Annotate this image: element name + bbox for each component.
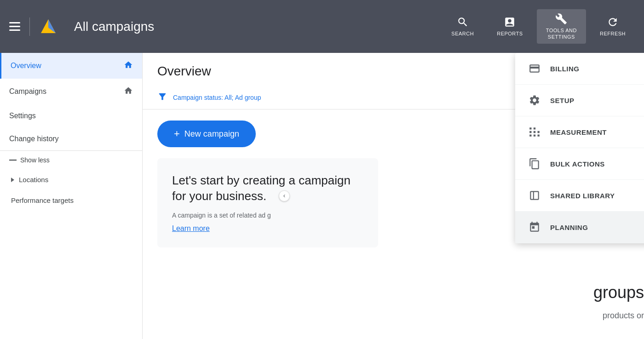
sidebar-item-overview[interactable]: Overview: [0, 53, 142, 79]
dropdown-item-left: BULK ACTIONS: [528, 157, 605, 170]
tools-action[interactable]: TOOLS ANDSETTINGS: [537, 9, 586, 43]
dropdown-item-left: SETUP: [528, 94, 575, 107]
sidebar-item-locations[interactable]: Locations: [0, 169, 142, 190]
reports-action[interactable]: REPORTS: [488, 12, 532, 40]
show-less-label: Show less: [20, 156, 50, 164]
google-ads-logo: [39, 17, 58, 36]
hamburger-menu[interactable]: [9, 22, 20, 31]
refresh-label: REFRESH: [600, 31, 626, 37]
new-campaign-button[interactable]: + New campaign: [157, 121, 256, 147]
dropdown-item-left: PLANNING: [528, 221, 588, 234]
dropdown-billing[interactable]: BILLING: [515, 53, 644, 85]
planning-label: PLANNING: [550, 224, 588, 231]
sidebar-item-label: Change history: [9, 135, 59, 143]
setup-label: SETUP: [550, 97, 575, 104]
refresh-action[interactable]: REFRESH: [591, 12, 635, 40]
header-left: All campaigns: [9, 17, 442, 36]
sidebar-item-settings[interactable]: Settings: [0, 104, 142, 127]
app-header: All campaigns SEARCH REPORTS TOOLS ANDSE…: [0, 0, 644, 53]
tools-dropdown: BILLING SETUP: [515, 53, 644, 243]
sidebar-item-label: Campaigns: [9, 87, 46, 96]
show-less-toggle[interactable]: Show less: [0, 150, 142, 169]
planning-icon: [528, 221, 541, 234]
sidebar-item-change-history[interactable]: Change history: [0, 127, 142, 150]
header-right: SEARCH REPORTS TOOLS ANDSETTINGS REFRESH: [442, 9, 635, 43]
dropdown-measurement[interactable]: MEASUREMENT: [515, 116, 644, 148]
dropdown-shared-library[interactable]: SHARED LIBRARY: [515, 180, 644, 212]
sidebar-sub-item-label: Performance targets: [11, 196, 74, 204]
billing-icon: [528, 62, 541, 75]
main-layout: Overview Campaigns Settings Change histo…: [0, 53, 644, 339]
shared-library-icon: [528, 189, 541, 202]
measurement-label: MEASUREMENT: [550, 128, 607, 136]
dropdown-item-left: BILLING: [528, 62, 580, 75]
groups-text: groups: [593, 283, 644, 302]
reports-label: REPORTS: [497, 31, 523, 37]
measurement-icon: [528, 126, 541, 138]
sidebar-item-label: Settings: [9, 112, 36, 120]
search-action[interactable]: SEARCH: [442, 12, 483, 40]
search-label: SEARCH: [451, 31, 474, 37]
bulk-actions-label: BULK ACTIONS: [550, 160, 605, 168]
home-icon: [124, 60, 133, 71]
sidebar: Overview Campaigns Settings Change histo…: [0, 53, 143, 339]
app-title: All campaigns: [74, 19, 154, 34]
campaigns-home-icon: [124, 86, 133, 97]
shared-library-label: SHARED LIBRARY: [550, 192, 615, 200]
learn-more-link[interactable]: Learn more: [172, 224, 210, 232]
dropdown-item-left: SHARED LIBRARY: [528, 189, 615, 202]
sidebar-item-performance-targets[interactable]: Performance targets: [0, 190, 142, 211]
campaign-create-card: Let's start by creating a campaign for y…: [157, 158, 378, 247]
collapse-icon: [9, 160, 17, 161]
new-campaign-label: New campaign: [184, 129, 239, 139]
tools-icon: [555, 13, 567, 25]
sidebar-sub-item-label: Locations: [19, 176, 48, 184]
tools-label: TOOLS ANDSETTINGS: [546, 28, 577, 40]
setup-icon: [528, 94, 541, 107]
search-icon: [457, 16, 469, 28]
main-content: Overview Campaign status: All; Ad group …: [143, 53, 644, 339]
sidebar-collapse-arrow[interactable]: [279, 190, 290, 201]
sidebar-item-campaigns[interactable]: Campaigns: [0, 79, 142, 104]
filter-icon: [157, 92, 167, 103]
billing-label: BILLING: [550, 65, 580, 73]
header-divider: [29, 17, 30, 36]
products-text: products or: [603, 311, 644, 321]
dropdown-setup[interactable]: SETUP: [515, 85, 644, 116]
sidebar-item-label: Overview: [11, 62, 41, 70]
chevron-right-icon: [11, 178, 14, 182]
filter-text: Campaign status: All; Ad group: [173, 94, 261, 101]
plus-icon: +: [174, 128, 180, 140]
dropdown-bulk-actions[interactable]: BULK ACTIONS: [515, 148, 644, 180]
card-description: A campaign is a set of related ad g: [172, 212, 363, 219]
logo-icon: [39, 17, 58, 36]
dropdown-planning[interactable]: PLANNING: [515, 212, 644, 243]
refresh-icon: [607, 16, 619, 28]
reports-icon: [504, 16, 516, 28]
bulk-actions-icon: [528, 157, 541, 170]
card-title: Let's start by creating a campaign for y…: [172, 173, 363, 204]
dropdown-item-left: MEASUREMENT: [528, 126, 607, 138]
